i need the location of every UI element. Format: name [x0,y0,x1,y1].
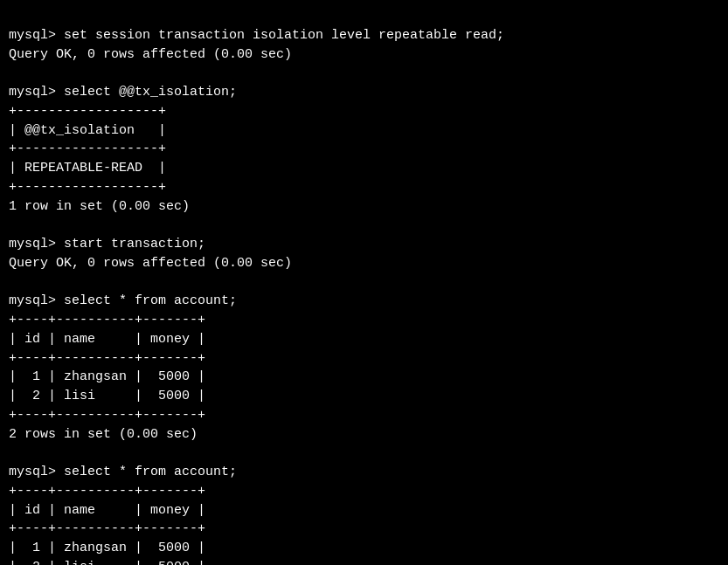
terminal-line: +----+----------+-------+ [9,520,719,539]
terminal-line: mysql> set session transaction isolation… [9,26,719,45]
terminal-line [9,273,719,293]
terminal-line: | 1 | zhangsan | 5000 | [9,539,719,558]
terminal-line: | id | name | money | [9,501,719,520]
terminal-line: +----+----------+-------+ [9,482,719,501]
terminal-line [9,64,719,83]
terminal-line: +----+----------+-------+ [9,349,719,369]
terminal-line: | 2 | lisi | 5000 | [9,558,719,565]
terminal-line: +------------------+ [9,102,719,121]
terminal-line: mysql> start transaction; [9,235,719,254]
terminal-line: +----+----------+-------+ [9,311,719,330]
terminal-line [9,444,719,463]
terminal-line: 2 rows in set (0.00 sec) [9,425,719,444]
terminal-line: mysql> select @@tx_isolation; [9,83,719,102]
terminal-line: Query OK, 0 rows affected (0.00 sec) [9,254,719,273]
terminal-line [9,216,719,235]
terminal-line: mysql> select * from account; [9,292,719,311]
terminal-line: | @@tx_isolation | [9,121,719,141]
terminal-line: | 1 | zhangsan | 5000 | [9,368,719,387]
terminal-line: | id | name | money | [9,330,719,349]
terminal-output: mysql> set session transaction isolation… [9,7,719,558]
terminal-line: | 2 | lisi | 5000 | [9,387,719,406]
terminal-line: +----+----------+-------+ [9,406,719,425]
terminal-line: +------------------+ [9,140,719,159]
terminal-line: Query OK, 0 rows affected (0.00 sec) [9,45,719,65]
terminal-line: mysql> select * from account; [9,463,719,482]
terminal-line: | REPEATABLE-READ | [9,159,719,178]
terminal-line: 1 row in set (0.00 sec) [9,197,719,217]
terminal-line: +------------------+ [9,178,719,197]
